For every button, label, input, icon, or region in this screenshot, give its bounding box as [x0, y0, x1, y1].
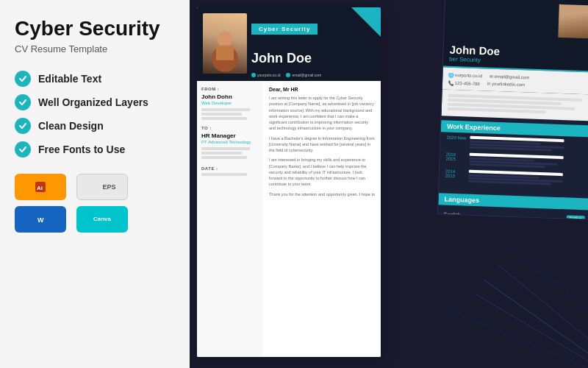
feature-label: Free Fonts to Use	[38, 144, 125, 155]
feature-label: Clean Design	[38, 120, 104, 132]
resume-preview-area: John Doe ber Security 🌐 ourporto.co.id ✉…	[190, 0, 588, 368]
to-company: PT Advanced Technology	[201, 140, 259, 144]
lang-english: English Native	[444, 211, 585, 220]
date-section: Date :	[201, 166, 259, 176]
feature-editable-text: Editable Text	[15, 71, 176, 87]
from-role: Web Developer	[201, 101, 259, 105]
feature-organized-layers: Well Organized Layers	[15, 94, 176, 110]
work-exp-header: Work Experience	[441, 120, 588, 137]
cv-main-body: From : John Dohn Web Developer To : HR M…	[197, 81, 381, 357]
check-icon	[15, 94, 31, 110]
from-label: From :	[201, 87, 259, 91]
cv-para-1: I am writing this letter to apply for th…	[269, 95, 375, 132]
lang-header: Languages	[438, 193, 588, 210]
page-title: Cyber Security	[15, 18, 176, 40]
cv-right-column: Dear, Mr HR I am writing this letter to …	[263, 81, 381, 357]
check-icon	[15, 141, 31, 158]
cv-back-preview: John Doe ber Security 🌐 ourporto.co.id ✉…	[437, 0, 588, 220]
exp-item-3: 2014 2013	[445, 169, 587, 188]
cv-badge: Cyber Security	[251, 24, 318, 35]
svg-line-9	[513, 250, 588, 309]
cv-para-3: I am interested in bringing my skills an…	[269, 157, 375, 187]
check-icon	[15, 118, 31, 134]
svg-line-8	[447, 309, 588, 368]
cv-para-4: Thank you for the attention and opportun…	[269, 191, 375, 197]
cv-back-contact-linkedin: in yourlinkedin.com	[487, 82, 526, 88]
format-word-badge: W	[15, 206, 66, 233]
cv-main-preview: Cyber Security John Doe yourpoto.co.id e…	[197, 7, 381, 357]
cv-contact-email: email@gmail.com	[286, 73, 321, 77]
from-name: John Dohn	[201, 93, 259, 100]
to-label: To :	[201, 126, 259, 130]
feature-label: Editable Text	[38, 73, 101, 85]
cv-contact-globe: yourpoto.co.id	[251, 73, 280, 77]
svg-point-10	[218, 32, 232, 48]
format-icons-grid: Ai EPS W Canva	[15, 174, 132, 233]
cv-back-header	[444, 0, 588, 44]
format-ai-badge: Ai	[15, 174, 66, 200]
to-name: HR Manager	[201, 132, 259, 139]
cv-main-name: John Doe	[251, 51, 312, 66]
check-icon	[15, 71, 31, 87]
svg-text:Ai: Ai	[37, 185, 43, 191]
feature-clean-design: Clean Design	[15, 118, 176, 134]
page-subtitle: CV Resume Template	[15, 43, 176, 54]
left-panel: Cyber Security CV Resume Template Editab…	[0, 0, 191, 368]
cv-dear: Dear, Mr HR	[269, 87, 375, 92]
cv-back-contact-email: ✉ email@gmail.com	[490, 74, 530, 80]
cv-back-contact-globe: 🌐 ourporto.co.id	[448, 72, 482, 79]
cv-back-contact-phone: 📞 123-456-789	[448, 80, 480, 86]
exp-item-1: 2020 Now	[446, 135, 588, 154]
cv-back-photo	[558, 4, 588, 39]
svg-line-7	[498, 265, 588, 339]
lang-spanish: Spanish Fluent	[443, 219, 584, 220]
date-label: Date :	[201, 166, 259, 171]
format-canva-badge: Canva	[76, 206, 128, 233]
cv-main-header: Cyber Security John Doe yourpoto.co.id e…	[197, 7, 381, 81]
cv-left-column: From : John Dohn Web Developer To : HR M…	[197, 81, 263, 357]
feature-label: Well Organized Layers	[38, 96, 148, 108]
format-eps-badge: EPS	[76, 174, 128, 200]
svg-line-6	[476, 294, 588, 361]
cv-para-2: I have a Bachelor's degree in Informatio…	[269, 135, 375, 154]
feature-list: Editable Text Well Organized Layers Clea…	[15, 71, 176, 158]
svg-rect-2	[88, 182, 98, 192]
exp-item-2: 2019 2015	[445, 152, 587, 171]
svg-line-5	[484, 280, 588, 353]
to-section: To : HR Manager PT Advanced Technology	[201, 126, 259, 159]
svg-rect-12	[216, 46, 234, 60]
feature-free-fonts: Free Fonts to Use	[15, 141, 176, 158]
svg-text:W: W	[37, 216, 44, 224]
